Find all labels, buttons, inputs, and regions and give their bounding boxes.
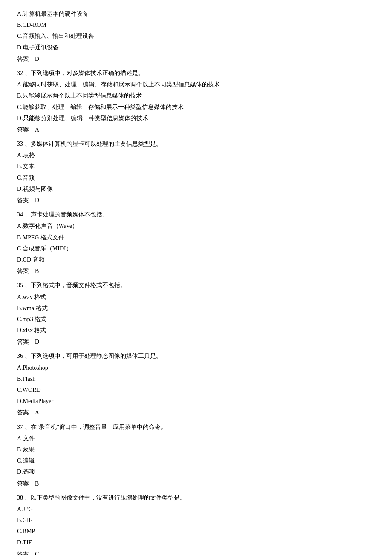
- question-line: 33 、多媒体计算机的显卡可以处理的主要信息类型是。: [17, 138, 375, 149]
- answer-line: 答案：B: [17, 478, 375, 489]
- answer-line: 答案：A: [17, 124, 375, 135]
- option-line: D.电子通讯设备: [17, 42, 375, 53]
- option-line: C.BMP: [17, 526, 375, 537]
- option-line: A.数字化声音（Wave）: [17, 221, 375, 231]
- option-line: D.MediaPlayer: [17, 396, 375, 406]
- option-line: D.选项: [17, 466, 375, 477]
- question-line: 32 、下列选项中，对多媒体技术正确的描述是。: [17, 68, 375, 78]
- option-line: D.CD 音频: [17, 254, 375, 265]
- option-line: B.效果: [17, 444, 375, 455]
- question-line: 37 、在"录音机"窗口中，调整音量，应用菜单中的命令。: [17, 422, 375, 432]
- option-line: C.WORD: [17, 385, 375, 395]
- answer-line: 答案：C: [17, 549, 375, 555]
- option-line: B.Flash: [17, 374, 375, 384]
- option-line: D.只能够分别处理、编辑一种类型信息媒体的技术: [17, 113, 375, 124]
- option-line: A.计算机最基本的硬件设备: [17, 9, 375, 19]
- option-line: A.JPG: [17, 504, 375, 515]
- option-line: A.能够同时获取、处理、编辑、存储和展示两个以上不同类型信息媒体的技术: [17, 79, 375, 90]
- answer-line: 答案：A: [17, 407, 375, 418]
- answer-line: 答案：D: [17, 54, 375, 64]
- answer-line: 答案：D: [17, 336, 375, 347]
- option-line: D.xlsx 格式: [17, 325, 375, 336]
- main-content: A.计算机最基本的硬件设备B.CD-ROMC.音频输入、输出和处理设备D.电子通…: [17, 9, 375, 555]
- option-line: A.Photoshop: [17, 362, 375, 373]
- question-line: 35 、下列格式中，音频文件格式不包括。: [17, 280, 375, 290]
- option-line: A.文件: [17, 433, 375, 444]
- option-line: B.GIF: [17, 515, 375, 526]
- option-line: B.文本: [17, 161, 375, 172]
- question-line: 34 、声卡处理的音频媒体不包括。: [17, 209, 375, 220]
- option-line: A.wav 格式: [17, 292, 375, 302]
- option-line: B.CD-ROM: [17, 20, 375, 30]
- option-line: D.视频与图像: [17, 184, 375, 194]
- option-line: C.能够获取、处理、编辑、存储和展示一种类型信息媒体的技术: [17, 102, 375, 112]
- option-line: C.编辑: [17, 455, 375, 466]
- option-line: C.音频输入、输出和处理设备: [17, 31, 375, 41]
- option-line: A.表格: [17, 150, 375, 161]
- option-line: B.MPEG 格式文件: [17, 232, 375, 243]
- option-line: C.音频: [17, 173, 375, 183]
- option-line: C.mp3 格式: [17, 314, 375, 325]
- question-line: 38 、以下类型的图像文件中，没有进行压缩处理的文件类型是。: [17, 492, 375, 503]
- option-line: D.TIF: [17, 537, 375, 548]
- answer-line: 答案：D: [17, 195, 375, 206]
- question-line: 36 、下列选项中，可用于处理静态图像的媒体工具是。: [17, 351, 375, 361]
- option-line: B.wma 格式: [17, 303, 375, 313]
- option-line: C.合成音乐（MIDI）: [17, 243, 375, 254]
- option-line: B.只能够展示两个以上不同类型信息媒体的技术: [17, 90, 375, 101]
- answer-line: 答案：B: [17, 266, 375, 276]
